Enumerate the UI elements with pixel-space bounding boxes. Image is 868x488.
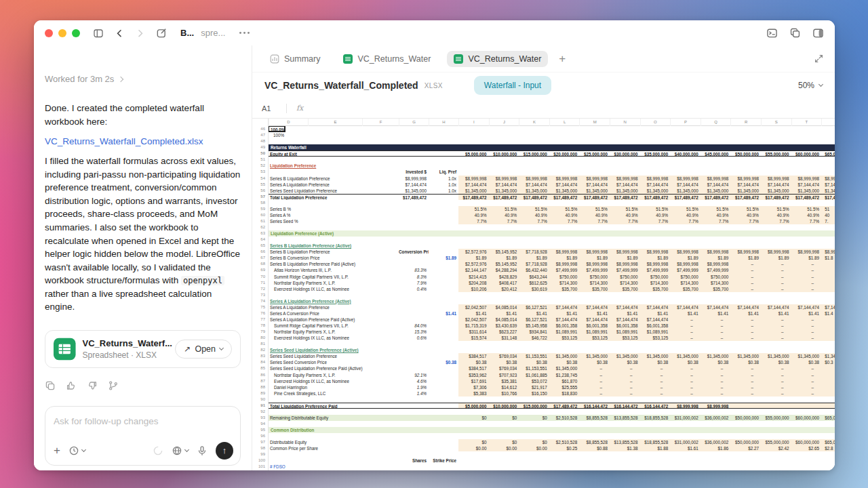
cell[interactable]: $35,700: [610, 286, 640, 292]
cell[interactable]: $13,855,528: [610, 415, 640, 421]
cell[interactable]: [429, 372, 458, 378]
cell[interactable]: $1.89: [640, 255, 671, 261]
cell[interactable]: $2,572,976: [458, 261, 489, 267]
formula-bar[interactable]: A1 fx: [252, 98, 835, 119]
cell[interactable]: $2,510,528: [549, 439, 580, 445]
cell[interactable]: [761, 132, 791, 138]
cell[interactable]: [399, 353, 429, 359]
cell[interactable]: $55,000,000: [761, 439, 791, 445]
cell[interactable]: $50,000,000: [730, 439, 761, 445]
left-sidebar-toggle[interactable]: [93, 28, 104, 39]
cell[interactable]: –: [791, 378, 822, 384]
cell[interactable]: $0.25: [549, 445, 580, 451]
cell[interactable]: –: [791, 390, 822, 396]
cell[interactable]: $17,489,472: [399, 194, 429, 200]
cell[interactable]: $1,345,000: [791, 353, 822, 359]
row-number[interactable]: 50: [252, 150, 269, 157]
cell[interactable]: [429, 403, 458, 409]
row-number[interactable]: 53: [252, 169, 269, 175]
cell[interactable]: $31,148: [489, 335, 519, 341]
cell[interactable]: $60,000,000: [791, 150, 822, 157]
cell[interactable]: $428,829: [489, 274, 519, 280]
cell[interactable]: [670, 464, 701, 470]
cell[interactable]: $714,300: [549, 280, 580, 286]
cell[interactable]: $40,000,000: [670, 150, 701, 157]
cell[interactable]: $0.38: [730, 359, 761, 365]
row-number[interactable]: 80: [252, 335, 269, 341]
cell[interactable]: $6,432,440: [519, 267, 549, 273]
cell[interactable]: –: [730, 390, 761, 396]
cell[interactable]: [519, 464, 549, 470]
cell[interactable]: $7,144,474: [489, 182, 519, 188]
cell[interactable]: 92.1%: [399, 372, 429, 378]
cell[interactable]: $384,517: [458, 365, 489, 371]
cell[interactable]: [429, 335, 458, 341]
cell[interactable]: $707,923: [489, 372, 519, 378]
cell[interactable]: [579, 458, 610, 464]
cell[interactable]: [519, 169, 549, 175]
cell[interactable]: –: [791, 335, 822, 341]
cell[interactable]: 15.3%: [399, 329, 429, 335]
cell[interactable]: 7.7%: [549, 218, 580, 224]
chat-input-box[interactable]: +: [45, 406, 241, 466]
cell[interactable]: –: [670, 372, 701, 378]
cell[interactable]: [458, 464, 489, 470]
cell[interactable]: $5,145,952: [489, 249, 519, 255]
row-label[interactable]: Series B Liquidation Preference: [269, 176, 399, 182]
cell[interactable]: 7.7%: [489, 218, 519, 224]
send-button[interactable]: ↑: [216, 442, 233, 460]
cell[interactable]: $7,306: [458, 384, 489, 390]
cell[interactable]: [399, 365, 429, 371]
cell[interactable]: [821, 261, 835, 267]
cell[interactable]: $7,144,474: [670, 182, 701, 188]
cell[interactable]: $8,999,998: [399, 176, 429, 182]
cell[interactable]: $750,000: [610, 274, 640, 280]
cell[interactable]: $0.00: [489, 445, 519, 451]
cell[interactable]: [429, 132, 458, 138]
worked-status[interactable]: Worked for 3m 2s: [45, 74, 241, 84]
cell[interactable]: 7.7%: [579, 218, 610, 224]
cell[interactable]: $21,917: [519, 384, 549, 390]
cell[interactable]: [821, 274, 835, 280]
cell[interactable]: $8,999,998: [640, 176, 671, 182]
cell[interactable]: $15,000,000: [519, 150, 549, 157]
cell[interactable]: $1,345,000: [579, 188, 610, 194]
cell[interactable]: –: [640, 384, 671, 390]
cell[interactable]: $5,145,952: [489, 261, 519, 267]
cell[interactable]: $35,700: [640, 286, 671, 292]
cell[interactable]: [429, 353, 458, 359]
cell[interactable]: –: [730, 261, 761, 267]
cell[interactable]: $8,999,998: [670, 403, 701, 409]
cell[interactable]: –: [761, 274, 791, 280]
row-number[interactable]: 100: [252, 458, 269, 464]
cell[interactable]: –: [761, 286, 791, 292]
cell[interactable]: $7,144,474: [399, 182, 429, 188]
cell[interactable]: $6,127,521: [519, 304, 549, 310]
cell[interactable]: $17,4: [821, 194, 835, 200]
cell[interactable]: 51.5%: [670, 206, 701, 212]
row-label[interactable]: Remaining Distributable Equity: [269, 415, 399, 421]
cell[interactable]: $7,144,474: [670, 304, 701, 310]
cell-reference[interactable]: A1: [262, 104, 277, 113]
thumbs-up-button[interactable]: [66, 380, 77, 391]
cell[interactable]: 0.6%: [399, 335, 429, 341]
close-window-button[interactable]: [45, 29, 53, 37]
cell[interactable]: –: [579, 390, 610, 396]
cell[interactable]: $1,345,000: [549, 188, 580, 194]
cell[interactable]: 51: [821, 206, 835, 212]
cell[interactable]: $65,0: [821, 150, 835, 157]
cell[interactable]: –: [640, 365, 671, 371]
empty-cell[interactable]: [269, 396, 835, 403]
cell[interactable]: [670, 458, 701, 464]
cell[interactable]: Strike Price: [429, 458, 458, 464]
cell[interactable]: 1.0x: [429, 182, 458, 188]
cell[interactable]: $45,000,000: [701, 150, 731, 157]
cell[interactable]: $35,700: [579, 286, 610, 292]
cell[interactable]: $750,000: [640, 274, 671, 280]
cell[interactable]: $2,144,147: [458, 267, 489, 273]
forward-button[interactable]: [135, 28, 146, 39]
cell[interactable]: $750,000: [579, 274, 610, 280]
cell[interactable]: [429, 212, 458, 218]
cell[interactable]: [429, 464, 458, 470]
cell[interactable]: [429, 150, 458, 157]
